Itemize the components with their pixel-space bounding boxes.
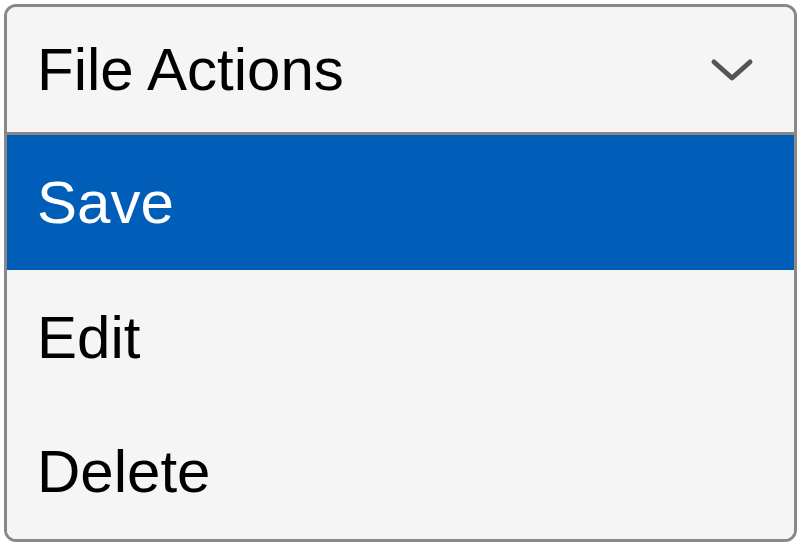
dropdown-item-label: Edit (37, 303, 140, 372)
chevron-down-icon (710, 56, 754, 84)
dropdown-item-label: Delete (37, 437, 210, 506)
dropdown-item-edit[interactable]: Edit (7, 270, 794, 405)
dropdown-item-label: Save (37, 168, 174, 237)
file-actions-dropdown: File Actions Save Edit Delete (4, 4, 797, 542)
dropdown-list: Save Edit Delete (7, 135, 794, 539)
dropdown-item-save[interactable]: Save (7, 135, 794, 270)
dropdown-header[interactable]: File Actions (7, 7, 794, 135)
dropdown-label: File Actions (37, 35, 344, 104)
dropdown-item-delete[interactable]: Delete (7, 404, 794, 539)
